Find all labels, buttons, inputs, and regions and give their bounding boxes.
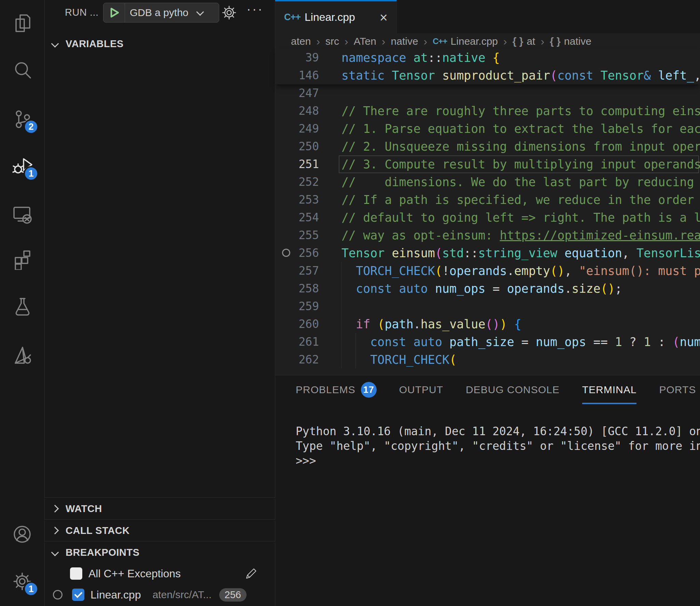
- extensions-icon: [11, 248, 33, 270]
- code-line-39[interactable]: 39namespace at::native {: [275, 49, 700, 67]
- activity-bar-item-settings-gear-icon[interactable]: 1: [11, 570, 33, 592]
- account-icon: [11, 523, 33, 545]
- breakpoint-checkbox[interactable]: [72, 589, 84, 601]
- code-line-260[interactable]: 260 if (path.has_value()) {: [275, 315, 700, 333]
- code-line-257[interactable]: 257 TORCH_CHECK(!operands.empty(), "eins…: [275, 262, 700, 280]
- exceptions-checkbox[interactable]: [70, 567, 82, 580]
- breadcrumb-item-aten[interactable]: ATen: [354, 36, 376, 47]
- activity-bar-item-testing-icon[interactable]: [11, 296, 33, 318]
- cpp-file-icon: C++: [433, 37, 447, 46]
- line-number[interactable]: 253: [275, 191, 319, 209]
- breakpoints-section-header[interactable]: BREAKPOINTS: [44, 541, 275, 563]
- code-line-261[interactable]: 261 const auto path_size = num_ops == 1 …: [275, 333, 700, 351]
- activity-bar-item-explorer-icon[interactable]: [11, 12, 33, 34]
- code-line-251[interactable]: 251// 3. Compute result by multiplying i…: [275, 155, 700, 173]
- activity-bar-item-search-icon[interactable]: [11, 59, 33, 81]
- code-line-255[interactable]: 255// way as opt-einsum: https://optimiz…: [275, 226, 700, 244]
- breadcrumb-item-src[interactable]: src: [325, 36, 339, 47]
- activity-bar-item-run-debug-icon[interactable]: 1: [11, 155, 33, 177]
- line-number[interactable]: 262: [275, 351, 319, 369]
- debug-config-dropdown[interactable]: GDB a pytho: [103, 3, 219, 23]
- line-number[interactable]: 252: [275, 173, 319, 191]
- breadcrumb-separator: ›: [541, 35, 544, 48]
- code-line-146[interactable]: 146static Tensor sumproduct_pair(const T…: [275, 67, 700, 84]
- panel-tab-output[interactable]: OUTPUT: [399, 375, 443, 404]
- activity-bar-item-source-control-icon[interactable]: 2: [11, 108, 33, 130]
- call-stack-section-header[interactable]: CALL STACK: [44, 519, 275, 541]
- play-icon: [108, 6, 120, 19]
- breadcrumb-item-native[interactable]: native: [391, 36, 418, 47]
- variables-section-header[interactable]: VARIABLES: [44, 33, 275, 55]
- line-number[interactable]: 249: [275, 120, 319, 138]
- line-number[interactable]: 247: [275, 84, 319, 102]
- terminal-line: >>>: [296, 453, 700, 468]
- breadcrumb-item-linear-cpp[interactable]: C++Linear.cpp: [433, 36, 498, 47]
- gear-icon: [221, 4, 238, 21]
- line-number[interactable]: 261: [275, 333, 319, 351]
- breadcrumb-item-native[interactable]: { }native: [550, 36, 591, 47]
- terminal-output[interactable]: Python 3.10.16 (main, Dec 11 2024, 16:24…: [296, 424, 700, 606]
- line-number[interactable]: 258: [275, 280, 319, 298]
- panel-tab-label: OUTPUT: [399, 384, 443, 396]
- edit-pencil-icon[interactable]: [243, 566, 258, 581]
- line-number[interactable]: 248: [275, 102, 319, 120]
- code-line-256[interactable]: 256Tensor einsum(std::string_view equati…: [275, 244, 700, 262]
- watch-section-header[interactable]: WATCH: [44, 497, 275, 520]
- breadcrumb-item-aten[interactable]: aten: [291, 36, 311, 47]
- code-viewport[interactable]: 247248// There are roughly three parts t…: [275, 84, 700, 375]
- breakpoint-row-all-cpp-exceptions[interactable]: All C++ Exceptions: [44, 564, 275, 583]
- code-line-254[interactable]: 254// default to going left => right. Th…: [275, 209, 700, 226]
- remote-explorer-icon: [11, 203, 33, 225]
- panel-tab-problems[interactable]: PROBLEMS17: [296, 375, 377, 404]
- activity-bar-item-cmake-tools-icon[interactable]: [11, 344, 33, 366]
- panel-tab-ports[interactable]: PORTS: [659, 375, 696, 404]
- line-number[interactable]: 39: [275, 49, 319, 67]
- code-line-252[interactable]: 252// dimensions. We do the last part by…: [275, 173, 700, 191]
- call-stack-section-label: CALL STACK: [66, 525, 130, 536]
- testing-icon: [11, 296, 33, 318]
- activity-bar-item-remote-explorer-icon[interactable]: [11, 203, 33, 225]
- code-line-259[interactable]: 259: [275, 298, 700, 315]
- line-number[interactable]: 256: [275, 244, 319, 262]
- breadcrumb-label: at: [527, 36, 535, 47]
- run-panel-title: RUN ...: [65, 7, 99, 18]
- breadcrumb-separator: ›: [382, 35, 386, 48]
- breakpoint-line-badge: 256: [219, 588, 247, 602]
- line-number[interactable]: 250: [275, 138, 319, 155]
- activity-bar-item-extensions-icon[interactable]: [11, 248, 33, 270]
- breadcrumb-item-at[interactable]: { }at: [513, 36, 535, 47]
- line-number[interactable]: 254: [275, 209, 319, 226]
- panel-tab-debug-console[interactable]: DEBUG CONSOLE: [466, 375, 560, 404]
- tab-linear-cpp[interactable]: C++ Linear.cpp ×: [275, 0, 397, 33]
- panel-tab-terminal[interactable]: TERMINAL: [582, 375, 637, 404]
- chevron-down-icon: [51, 40, 59, 48]
- code-line-247[interactable]: 247: [275, 84, 700, 102]
- breadcrumb-label: aten: [291, 36, 311, 47]
- code-line-250[interactable]: 250// 2. Unsqueeze missing dimensions fr…: [275, 138, 700, 155]
- line-number[interactable]: 257: [275, 262, 319, 280]
- panel-tab-label: PORTS: [659, 384, 696, 396]
- code-text: const auto num_ops = operands.size();: [341, 280, 700, 298]
- line-number[interactable]: 260: [275, 315, 319, 333]
- code-text: // 2. Unsqueeze missing dimensions from …: [341, 138, 700, 155]
- breakpoint-row-linear-cpp[interactable]: Linear.cpp aten/src/AT... 256: [44, 585, 275, 605]
- problems-count-badge: 17: [361, 382, 377, 398]
- start-debug-button[interactable]: [103, 3, 125, 22]
- code-line-253[interactable]: 253// If a path is specified, we reduce …: [275, 191, 700, 209]
- close-icon[interactable]: ×: [380, 11, 388, 24]
- line-number[interactable]: 255: [275, 226, 319, 244]
- code-line-248[interactable]: 248// There are roughly three parts to c…: [275, 102, 700, 120]
- code-text: static Tensor sumproduct_pair(const Tens…: [341, 67, 700, 84]
- chevron-down-icon: [51, 549, 59, 556]
- line-number[interactable]: 251: [275, 155, 319, 173]
- debug-settings-gear-button[interactable]: [221, 4, 238, 21]
- line-number[interactable]: 259: [275, 298, 319, 315]
- line-number[interactable]: 146: [275, 67, 319, 84]
- cmake-tools-icon: [11, 344, 33, 366]
- editor-tab-bar: C++ Linear.cpp ×: [275, 0, 700, 33]
- activity-bar-item-account-icon[interactable]: [11, 523, 33, 545]
- code-line-262[interactable]: 262 TORCH_CHECK(: [275, 351, 700, 369]
- code-line-249[interactable]: 249// 1. Parse equation to extract the l…: [275, 120, 700, 138]
- code-line-258[interactable]: 258 const auto num_ops = operands.size()…: [275, 280, 700, 298]
- more-actions-button[interactable]: ···: [247, 2, 264, 17]
